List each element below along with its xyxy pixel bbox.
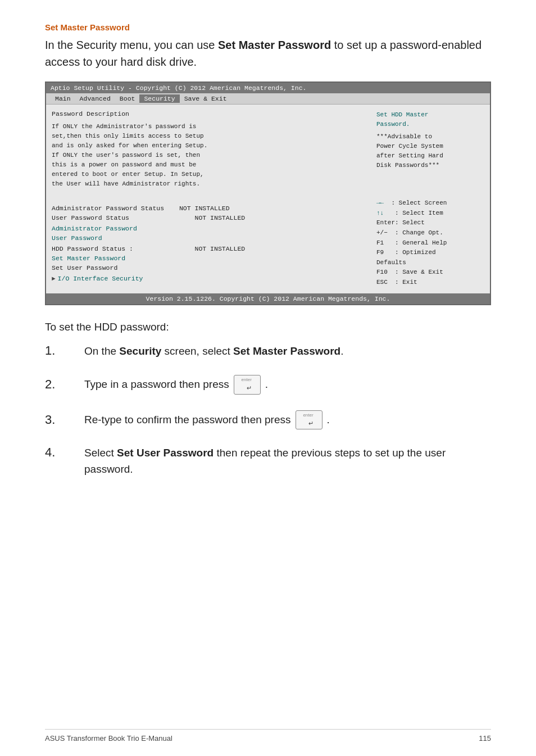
bios-row-io-security: ► I/O Interface Security [52,275,366,282]
bios-menu-main[interactable]: Main [51,94,75,103]
bios-right-title: Set HDD MasterPassword. [376,110,484,129]
intro-bold: Set Master Password [218,39,331,51]
bios-hdd-status-value: NOT INSTALLED [175,245,245,252]
bios-row-set-user: Set User Password [52,264,366,271]
intro-text-1: In the Security menu, you can use [45,39,218,51]
bios-set-user-label: Set User Password [52,264,175,271]
bios-user-status-label: User Password Status [52,214,175,221]
intro-paragraph: In the Security menu, you can use Set Ma… [45,37,491,70]
step-1-bold-2: Set Master Password [233,345,340,357]
bios-set-master-label: Set Master Password [52,255,175,262]
bios-right-help: →← : Select Screen ↑↓ : Select Item Ente… [376,198,484,287]
bios-admin-password-label: Administrator Password [52,225,175,232]
enter-arrow-1: ↵ [247,383,252,393]
bios-section-title: Password Description [52,110,366,117]
step-3-period: . [327,412,330,428]
step-2: 2. Type in a password then press enter ↵… [45,375,491,395]
bios-menu-security[interactable]: Security [139,94,179,103]
bios-left-panel: Password Description If ONLY the Adminis… [52,110,366,288]
enter-key-2: enter ↵ [296,410,322,430]
step-1: 1. On the Security screen, select Set Ma… [45,343,491,360]
bios-row-set-master: Set Master Password [52,255,366,262]
bios-user-password-label: User Password [52,234,175,242]
bios-right-panel: Set HDD MasterPassword. ***Advisable toP… [372,110,484,288]
enter-key-2-label: enter ↵ [303,412,313,428]
footer-page-number: 115 [479,734,491,743]
step-1-number: 1. [45,343,84,358]
bios-menu-bar: Main Advanced Boot Security Save & Exit [46,93,490,105]
step-1-text: On the Security screen, select Set Maste… [84,343,491,360]
bios-footer: Version 2.15.1226. Copyright (C) 2012 Am… [46,293,490,304]
steps-list: 1. On the Security screen, select Set Ma… [45,343,491,478]
bios-menu-advanced[interactable]: Advanced [75,94,115,103]
step-3: 3. Re-type to confirm the password then … [45,410,491,430]
enter-key-1: enter ↵ [234,375,261,395]
step-2-number: 2. [45,377,84,392]
step-2-text: Type in a password then press enter ↵ . [84,375,491,395]
bios-row-admin-password: Administrator Password [52,225,366,232]
bios-row-hdd-status: HDD Password Status : NOT INSTALLED [52,245,366,252]
step-4-number: 4. [45,445,84,460]
bios-menu-save-exit[interactable]: Save & Exit [180,94,231,103]
bios-admin-status-label: Administrator Password Status [52,205,175,212]
bios-body: Password Description If ONLY the Adminis… [46,105,490,293]
bios-row-admin-status: Administrator Password Status NOT INSTAL… [52,205,366,212]
bios-row-user-password: User Password [52,234,366,242]
step-1-bold-1: Security [119,345,161,357]
bios-header: Aptio Setup Utility - Copyright (C) 2012… [46,83,490,93]
bios-user-status-value: NOT INSTALLED [175,214,245,221]
bios-arrow-icon: ► [52,275,56,282]
section-title: Set Master Password [45,22,491,32]
step-2-label: Type in a password then press [84,377,229,393]
step-3-text: Re-type to confirm the password then pre… [84,410,491,430]
step-3-label: Re-type to confirm the password then pre… [84,412,291,428]
bios-admin-status-value: NOT INSTALLED [175,205,230,212]
step-4-bold: Set User Password [117,447,214,459]
bios-menu-boot[interactable]: Boot [115,94,140,103]
body-text: To set the HDD password: [45,321,491,333]
enter-text-1: enter [242,377,252,383]
footer-left: ASUS Transformer Book Trio E-Manual [45,734,172,743]
bios-description: If ONLY the Administrator's password is … [52,122,366,189]
enter-arrow-2: ↵ [308,419,314,428]
bios-row-user-status: User Password Status NOT INSTALLED [52,214,366,221]
enter-key-1-label: enter ↵ [242,377,252,393]
bios-help-spacer [376,176,484,198]
step-3-number: 3. [45,413,84,427]
step-4: 4. Select Set User Password then repeat … [45,445,491,477]
bios-screenshot: Aptio Setup Utility - Copyright (C) 2012… [45,82,491,305]
step-4-text: Select Set User Password then repeat the… [84,445,491,477]
enter-text-2: enter [303,412,313,419]
separator-row [52,197,366,205]
step-2-period: . [265,377,268,393]
bios-io-security-label[interactable]: I/O Interface Security [58,275,181,282]
bios-hdd-status-label: HDD Password Status : [52,245,175,252]
page-footer: ASUS Transformer Book Trio E-Manual 115 [45,729,491,743]
bios-right-description: ***Advisable toPower Cycle Systemafter S… [376,132,484,170]
